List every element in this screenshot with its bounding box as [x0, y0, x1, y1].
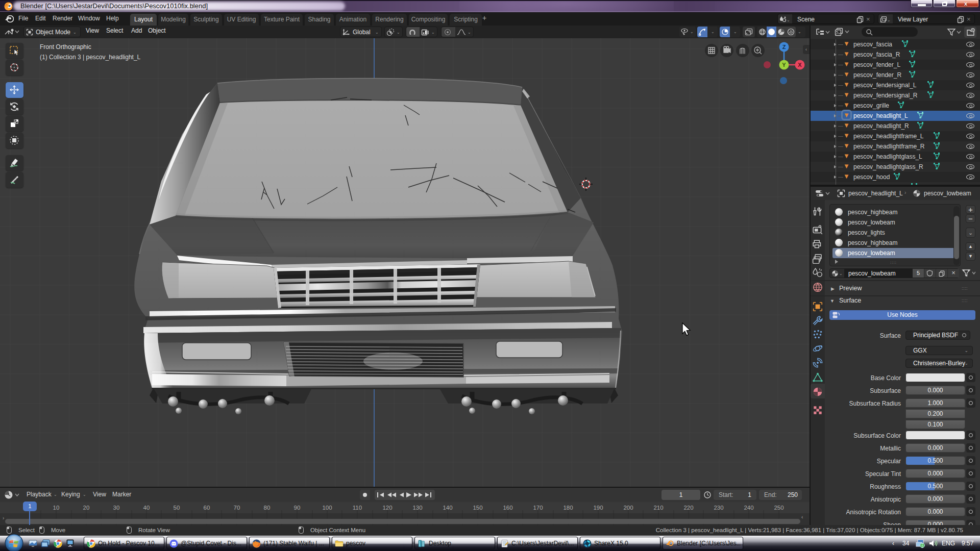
svg-text:10: 10	[53, 505, 60, 511]
svg-text:180: 180	[563, 505, 573, 511]
svg-text:130: 130	[412, 505, 422, 511]
svg-text:150: 150	[473, 505, 482, 511]
svg-text:Y: Y	[782, 62, 786, 68]
svg-text:120: 120	[382, 505, 392, 511]
svg-text:160: 160	[503, 505, 512, 511]
svg-text:80: 80	[264, 505, 271, 511]
svg-text:(1) Collection 3 | pescov_head: (1) Collection 3 | pescov_headlight_L	[40, 54, 141, 61]
svg-text:250: 250	[774, 505, 783, 511]
svg-text:90: 90	[294, 505, 301, 511]
svg-text:40: 40	[143, 505, 150, 511]
svg-text:170: 170	[533, 505, 543, 511]
svg-text:20: 20	[83, 505, 90, 511]
svg-text:230: 230	[714, 505, 723, 511]
svg-text:60: 60	[204, 505, 210, 511]
svg-text:240: 240	[744, 505, 753, 511]
svg-text:X: X	[798, 62, 802, 68]
svg-text:200: 200	[623, 505, 633, 511]
svg-text:190: 190	[593, 505, 603, 511]
svg-text:Front Orthographic: Front Orthographic	[40, 43, 91, 51]
svg-text:110: 110	[353, 505, 362, 511]
svg-text:100: 100	[322, 505, 332, 511]
svg-text:70: 70	[234, 505, 240, 511]
svg-text:Z: Z	[782, 44, 786, 50]
svg-text:220: 220	[683, 505, 693, 511]
svg-text:140: 140	[443, 505, 452, 511]
svg-text:50: 50	[174, 505, 180, 511]
svg-text:210: 210	[653, 505, 663, 511]
svg-text:30: 30	[113, 505, 120, 511]
